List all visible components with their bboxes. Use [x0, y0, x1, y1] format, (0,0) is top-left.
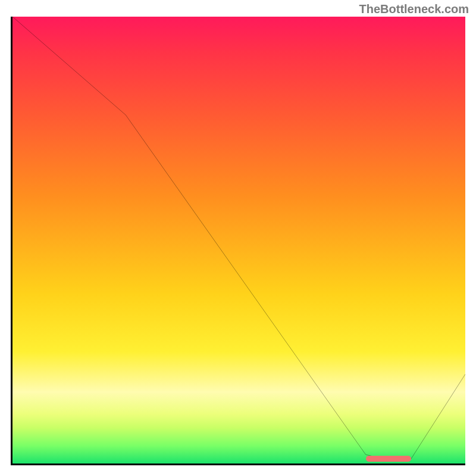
optimal-range-marker: [366, 456, 411, 462]
bottleneck-curve: [12, 17, 465, 464]
plot-area: [11, 17, 465, 465]
curve-path: [12, 17, 465, 459]
attribution-label: TheBottleneck.com: [359, 2, 469, 16]
chart-container: TheBottleneck.com: [0, 0, 476, 476]
